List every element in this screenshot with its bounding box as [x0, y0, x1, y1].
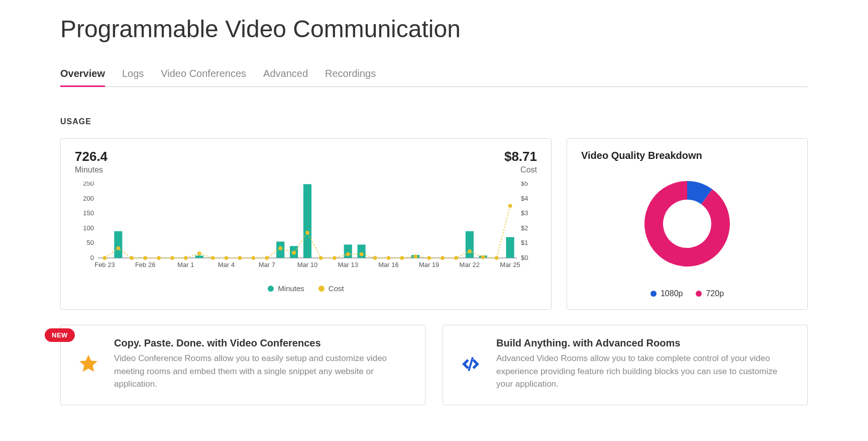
svg-point-31	[197, 252, 201, 255]
svg-point-39	[306, 231, 309, 234]
svg-text:Mar 10: Mar 10	[297, 261, 317, 269]
svg-point-54	[508, 204, 512, 208]
new-badge: NEW	[45, 328, 75, 342]
minutes-label: Minutes	[75, 165, 107, 174]
code-icon	[458, 337, 483, 391]
svg-text:$0: $0	[521, 254, 528, 261]
legend-cost-label: Cost	[329, 284, 344, 293]
svg-text:Mar 19: Mar 19	[419, 261, 439, 269]
svg-text:0: 0	[90, 254, 94, 261]
legend-720p: 720p	[696, 289, 724, 298]
svg-rect-17	[303, 184, 311, 258]
blue-swatch-icon	[650, 291, 657, 297]
cost-metric: $8.71 Cost	[504, 149, 537, 174]
usage-section-label: USAGE	[60, 117, 808, 126]
svg-point-30	[184, 256, 187, 260]
svg-text:200: 200	[83, 195, 94, 202]
svg-text:$1: $1	[521, 239, 528, 246]
donut-chart	[581, 173, 793, 274]
svg-point-37	[279, 246, 282, 250]
svg-text:Mar 13: Mar 13	[338, 261, 358, 269]
card2-title: Build Anything. with Advanced Rooms	[496, 337, 792, 349]
star-icon	[76, 337, 101, 391]
legend-cost: Cost	[318, 284, 344, 293]
usage-panel: 726.4 Minutes $8.71 Cost 050100150200250…	[60, 138, 552, 310]
tabs: OverviewLogsVideo ConferencesAdvancedRec…	[60, 63, 808, 87]
cost-label: Cost	[504, 165, 537, 174]
svg-point-51	[468, 249, 471, 253]
card2-body: Advanced Video Rooms allow you to take c…	[496, 352, 792, 391]
svg-point-52	[481, 255, 485, 259]
svg-point-47	[414, 255, 417, 258]
usage-legend: Minutes Cost	[75, 284, 537, 293]
svg-text:Mar 4: Mar 4	[218, 261, 235, 269]
svg-rect-13	[114, 231, 122, 258]
svg-text:$3: $3	[521, 209, 528, 217]
svg-text:Feb 23: Feb 23	[94, 261, 115, 269]
legend-minutes: Minutes	[268, 284, 304, 293]
legend-1080p-label: 1080p	[661, 289, 683, 298]
svg-point-27	[144, 256, 147, 260]
tab-advanced[interactable]: Advanced	[263, 63, 308, 86]
svg-point-38	[292, 251, 296, 254]
svg-text:Mar 1: Mar 1	[177, 261, 194, 269]
svg-text:$5: $5	[521, 182, 528, 187]
svg-text:Feb 26: Feb 26	[135, 261, 155, 269]
card1-body: Video Conference Rooms allow you to easi…	[114, 352, 410, 391]
tab-video-conferences[interactable]: Video Conferences	[161, 63, 246, 86]
svg-point-36	[265, 256, 269, 260]
tab-logs[interactable]: Logs	[122, 63, 144, 86]
donut-legend: 1080p 720p	[581, 289, 793, 298]
svg-text:$2: $2	[521, 224, 528, 232]
svg-text:Mar 7: Mar 7	[259, 261, 275, 269]
svg-point-46	[400, 256, 404, 260]
card1-title: Copy. Paste. Done. with Video Conference…	[114, 337, 410, 349]
cost-swatch-icon	[318, 286, 324, 292]
svg-point-44	[373, 256, 377, 260]
svg-point-43	[360, 252, 363, 256]
legend-1080p: 1080p	[650, 289, 683, 298]
quality-title: Video Quality Breakdown	[581, 150, 793, 161]
svg-rect-23	[506, 237, 514, 258]
svg-point-26	[130, 256, 134, 260]
promo-card-conferences[interactable]: NEW Copy. Paste. Done. with Video Confer…	[60, 325, 425, 405]
svg-point-42	[346, 252, 350, 256]
svg-point-50	[454, 256, 458, 260]
promo-card-advanced[interactable]: Build Anything. with Advanced Rooms Adva…	[443, 325, 808, 405]
cost-value: $8.71	[504, 149, 537, 164]
svg-point-48	[427, 256, 431, 260]
svg-text:150: 150	[83, 209, 94, 217]
svg-point-41	[333, 256, 336, 260]
svg-text:50: 50	[87, 239, 94, 246]
svg-rect-21	[466, 231, 474, 258]
legend-720p-label: 720p	[706, 289, 724, 298]
svg-text:Mar 22: Mar 22	[460, 261, 480, 269]
svg-point-29	[170, 256, 174, 260]
svg-point-25	[117, 246, 120, 250]
svg-point-34	[238, 256, 242, 260]
svg-point-32	[211, 256, 214, 260]
svg-point-45	[387, 256, 390, 260]
minutes-swatch-icon	[268, 286, 274, 292]
svg-text:250: 250	[83, 182, 94, 187]
minutes-metric: 726.4 Minutes	[75, 149, 107, 174]
svg-text:$4: $4	[521, 195, 528, 202]
svg-text:100: 100	[83, 224, 94, 232]
svg-point-40	[319, 256, 322, 260]
usage-chart: 050100150200250$0$1$2$3$4$5Feb 23Feb 26M…	[75, 182, 537, 277]
minutes-value: 726.4	[75, 149, 107, 164]
pink-swatch-icon	[696, 291, 702, 297]
tab-recordings[interactable]: Recordings	[325, 63, 376, 86]
page-title: Programmable Video Communication	[60, 15, 808, 43]
svg-point-33	[225, 256, 228, 260]
svg-point-49	[441, 256, 445, 260]
legend-minutes-label: Minutes	[278, 284, 304, 293]
svg-rect-14	[195, 255, 203, 258]
svg-point-35	[252, 256, 255, 260]
svg-point-28	[157, 256, 161, 260]
tab-overview[interactable]: Overview	[60, 63, 105, 86]
svg-point-53	[495, 256, 498, 260]
svg-text:Mar 16: Mar 16	[378, 261, 398, 269]
quality-panel: Video Quality Breakdown 1080p 720p	[567, 138, 808, 310]
svg-text:Mar 25: Mar 25	[500, 261, 520, 269]
